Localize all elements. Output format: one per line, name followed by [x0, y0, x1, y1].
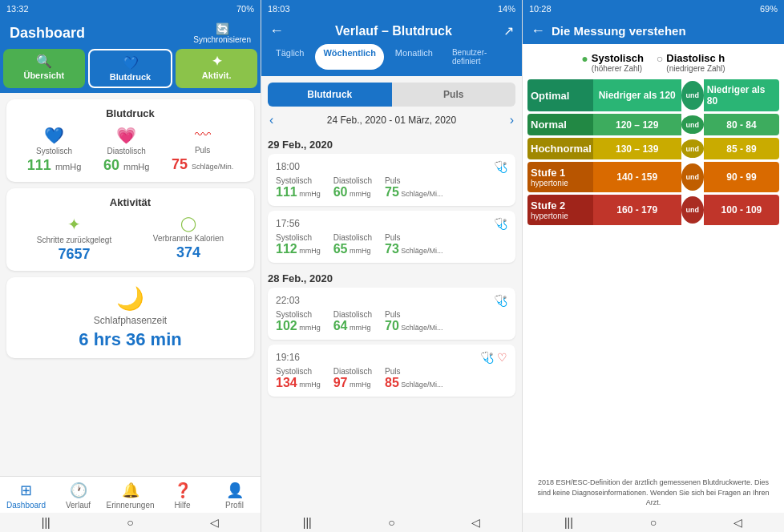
reading-metrics-2: Systolisch 112 mmHg Diastolisch 65 mmHg …: [276, 233, 507, 256]
dashboard-content: Blutdruck 💙 Systolisch 111 mmHg 💗 Diasto…: [0, 93, 261, 476]
legend-systolisch: ● Systolisch (höherer Zahl): [581, 52, 644, 73]
date-range: 24 Feb., 2020 - 01 März, 2020: [327, 115, 456, 126]
systolisch-metric: 💙 Systolisch 111 mmHg: [27, 126, 81, 174]
sys-back-3[interactable]: ◁: [733, 516, 742, 529]
puls-icon: 〰: [195, 126, 211, 144]
bp-label-stufe2: Stufe 2 hypertonie: [527, 195, 593, 225]
bp-label-normal: Normal: [527, 114, 593, 135]
period-tab-benutzerdefiniert[interactable]: Benutzer­definiert: [444, 44, 515, 70]
aktivitaet-icon: ✦: [212, 54, 222, 69]
date-next-button[interactable]: ›: [510, 113, 514, 127]
date-nav: ‹ 24 Feb., 2020 - 01 März, 2020 ›: [261, 110, 522, 131]
sync-button[interactable]: 🔄 Synchronisieren: [193, 22, 251, 44]
reading-icons-1: 🩺: [494, 160, 507, 173]
verlauf-header: ← Verlauf – Blutdruck ↗: [261, 18, 522, 44]
reading-time-3: 22:03: [276, 295, 300, 306]
system-bar-2: ||| ○ ◁: [261, 513, 522, 532]
period-tab-taeglich[interactable]: Täglich: [268, 44, 312, 70]
legend-diastolisch-sub: (niedrigere Zahl): [666, 64, 725, 73]
bp-sys-stufe1: 140 - 159: [593, 162, 681, 192]
date-prev-button[interactable]: ‹: [269, 113, 273, 127]
puls-metric: 〰 Puls 75 Schläge/Min.: [172, 126, 233, 173]
sys-back-1[interactable]: ◁: [210, 516, 219, 529]
sys-home-3[interactable]: ○: [650, 516, 657, 529]
reading-time-4: 19:16: [276, 352, 300, 363]
reading-sys-2: Systolisch 112 mmHg: [276, 233, 321, 256]
type-tab-blutdruck[interactable]: Blutdruck: [268, 83, 392, 107]
bp-legend: ● Systolisch (höherer Zahl) ○ Diastolisc…: [523, 44, 784, 76]
disclaimer-text: 2018 ESH/ESC-Definition der ärztlich gem…: [523, 473, 784, 513]
reading-icons-2: 🩺: [494, 217, 507, 230]
main-tabs: 🔍 Übersicht 💙 Blutdruck ✦ Aktivit.: [0, 49, 261, 93]
nav-erinnerungen[interactable]: 🔔 Erinnerungen: [104, 482, 156, 510]
systolisch-value: 111 mmHg: [27, 157, 81, 174]
type-tab-puls[interactable]: Puls: [392, 83, 516, 107]
reading-card-2[interactable]: 17:56 🩺 Systolisch 112 mmHg Diastolisch …: [268, 211, 515, 263]
reading-sys-3: Systolisch 102 mmHg: [276, 310, 321, 333]
legend-systolisch-dot: ●: [581, 52, 588, 65]
nav-profil[interactable]: 👤 Profil: [208, 482, 261, 510]
reading-puls-3: Puls 70 Schläge/Mi...: [385, 310, 443, 333]
reading-puls-4: Puls 85 Schläge/Mi...: [385, 367, 443, 390]
reading-card-4[interactable]: 19:16 🩺 ♡ Systolisch 134 mmHg Diastolisc…: [268, 345, 515, 397]
aktivitaet-card: Aktivität ✦ Schritte zurückgelegt 7657 ◯…: [6, 188, 254, 271]
nav-erinnerungen-icon: 🔔: [122, 482, 139, 499]
system-bar-3: ||| ○ ◁: [523, 513, 784, 532]
reading-icons-3: 🩺: [494, 294, 507, 307]
sys-home-2[interactable]: ○: [388, 516, 394, 529]
reading-metrics-3: Systolisch 102 mmHg Diastolisch 64 mmHg …: [276, 310, 507, 333]
verlauf-back-icon[interactable]: ←: [269, 22, 284, 39]
reading-icons-4: 🩺 ♡: [480, 351, 507, 364]
status-bar-1: 13:32 70%: [0, 0, 261, 18]
diastolisch-label: Diastolisch: [107, 147, 146, 155]
reading-sys-1: Systolisch 111 mmHg: [276, 176, 321, 200]
reading-dia-1: Diastolisch 60 mmHg: [333, 176, 372, 200]
reading-metrics-4: Systolisch 134 mmHg Diastolisch 97 mmHg …: [276, 367, 507, 390]
messung-back-icon[interactable]: ←: [531, 22, 545, 39]
sync-label: Synchronisieren: [193, 35, 251, 44]
system-bar-1: ||| ○ ◁: [0, 513, 261, 532]
reading-dia-3: Diastolisch 64 mmHg: [333, 310, 372, 333]
nav-verlauf-label: Verlauf: [66, 501, 91, 510]
schritte-value: 7657: [58, 246, 90, 263]
schlaf-card: 🌙 Schlafphasenzeit 6 hrs 36 min: [6, 277, 254, 358]
bp-dia-optimal: Niedriger als 80: [704, 79, 779, 111]
legend-systolisch-text: Systolisch (höherer Zahl): [592, 52, 644, 73]
reading-card-1[interactable]: 18:00 🩺 Systolisch 111 mmHg Diastolisch …: [268, 154, 515, 206]
nav-verlauf[interactable]: 🕐 Verlauf: [52, 482, 104, 510]
legend-systolisch-label: Systolisch: [592, 52, 644, 64]
period-tab-woechentlich[interactable]: Wöchentlich: [315, 44, 383, 70]
legend-diastolisch-text: Diastolisc h (niedrigere Zahl): [666, 52, 725, 73]
panel-verlauf: 18:03 14% ← Verlauf – Blutdruck ↗ Täglic…: [261, 0, 523, 532]
verlauf-title: Verlauf – Blutdruck: [335, 24, 452, 38]
blutdruck-card-title: Blutdruck: [16, 107, 244, 119]
reading-card-3[interactable]: 22:03 🩺 Systolisch 102 mmHg Diastolisch …: [268, 288, 515, 340]
sys-home-1[interactable]: ○: [127, 516, 133, 529]
bp-and-stufe2: und: [681, 196, 704, 224]
sys-menu-2: |||: [303, 516, 312, 529]
blutdruck-metrics: 💙 Systolisch 111 mmHg 💗 Diastolisch 60 m…: [16, 126, 244, 174]
tab-blutdruck[interactable]: 💙 Blutdruck: [88, 49, 173, 88]
schlaf-value: 6 hrs 36 min: [79, 329, 181, 350]
bp-sys-normal: 120 – 129: [593, 114, 681, 135]
puls-label: Puls: [195, 146, 210, 155]
tab-uebersicht[interactable]: 🔍 Übersicht: [3, 49, 85, 88]
bottom-nav: ⊞ Dashboard 🕐 Verlauf 🔔 Erinnerungen ❓ H…: [0, 476, 261, 513]
nav-hilfe-icon: ❓: [174, 482, 192, 499]
kalorien-value: 374: [176, 244, 200, 261]
verlauf-share-icon[interactable]: ↗: [503, 23, 514, 38]
schlaf-label: Schlafphasenzeit: [94, 315, 167, 326]
kalorien-metric: ◯ Verbrannte Kalorien 374: [153, 215, 224, 261]
period-tab-monatlich[interactable]: Monatlich: [387, 44, 441, 70]
sys-back-2[interactable]: ◁: [471, 516, 480, 529]
panel-dashboard: 13:32 70% Dashboard 🔄 Synchronisieren 🔍 …: [0, 0, 261, 532]
bp-dia-stufe1: 90 - 99: [704, 162, 779, 192]
nav-hilfe[interactable]: ❓ Hilfe: [156, 482, 208, 510]
nav-dashboard[interactable]: ⊞ Dashboard: [0, 482, 52, 510]
legend-diastolisch-label: Diastolisc h: [666, 52, 725, 64]
aktivitaet-metrics: ✦ Schritte zurückgelegt 7657 ◯ Verbrannt…: [16, 215, 244, 263]
bp-dia-hochnormal: 85 - 89: [704, 138, 779, 159]
bp-and-hochnormal: und: [681, 139, 704, 158]
messung-header: ← Die Messung verstehen: [523, 18, 784, 44]
tab-aktivitaet[interactable]: ✦ Aktivit.: [176, 49, 257, 88]
